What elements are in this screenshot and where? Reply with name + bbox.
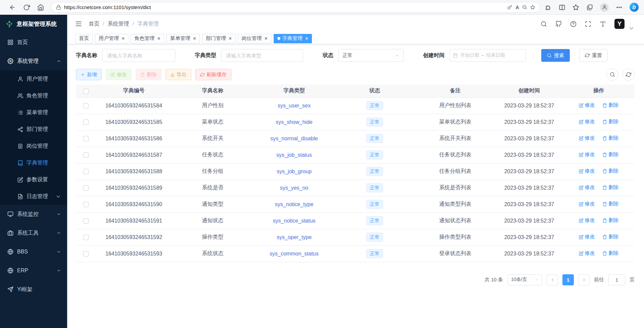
sidebar-item-monitor[interactable]: 系统监控 [0,205,67,224]
dict-type-link[interactable]: sys_yes_no [280,185,309,191]
dict-name-input[interactable] [102,49,175,62]
browser-menu-dots-icon[interactable] [616,4,623,11]
browser-back-icon[interactable] [9,4,16,11]
row-edit-link[interactable]: 修改 [579,168,595,174]
row-edit-link[interactable]: 修改 [579,151,595,158]
sidebar-item-menu-mgmt[interactable]: 菜单管理 [0,104,67,121]
dict-type-link[interactable]: sys_job_status [276,152,312,158]
date-end-placeholder[interactable]: 结束日期 [486,52,505,58]
row-delete-link[interactable]: 删除 [602,151,618,158]
add-button[interactable]: 新增 [76,69,102,80]
tab-close-icon[interactable]: × [157,36,160,41]
browser-home-icon[interactable] [37,4,44,11]
url-text[interactable]: https://ccnetcore.com:1101/system/dict [64,4,504,10]
sidebar-item-post-mgmt[interactable]: 岗位管理 [0,138,67,154]
row-edit-link[interactable]: 修改 [579,135,595,141]
row-checkbox[interactable] [83,169,89,174]
refresh-cache-button[interactable]: 刷新缓存 [195,69,231,80]
search-button[interactable]: 搜索 [541,49,570,62]
dict-type-link[interactable]: sys_common_status [270,251,319,256]
row-checkbox[interactable] [83,152,89,158]
breadcrumb-item-system[interactable]: 系统管理 [107,20,129,28]
row-delete-link[interactable]: 删除 [602,184,618,191]
tab-close-icon[interactable]: × [229,36,232,41]
dict-type-input[interactable] [221,49,303,62]
row-delete-link[interactable]: 删除 [602,119,618,125]
reset-button[interactable]: 重置 [579,49,608,62]
fullscreen-icon[interactable] [585,21,591,27]
row-delete-link[interactable]: 删除 [602,135,618,141]
row-edit-link[interactable]: 修改 [579,201,595,207]
dict-type-link[interactable]: sys_notice_status [273,218,315,224]
dict-type-link[interactable]: sys_user_sex [278,103,311,108]
view-tab[interactable]: 字典管理 × [274,34,312,43]
sidebar-item-user-mgmt[interactable]: 用户管理 [0,71,67,87]
zoom-out-icon[interactable] [522,5,527,10]
row-checkbox[interactable] [83,185,89,191]
row-edit-link[interactable]: 修改 [579,217,595,224]
bing-sidebar-icon[interactable]: b [630,3,639,12]
date-range-picker[interactable]: 开始日期 - 结束日期 [449,49,526,62]
view-tab[interactable]: 菜单管理 × [167,34,200,43]
user-avatar[interactable]: Y [614,19,625,29]
dict-type-link[interactable]: sys_job_group [277,169,312,174]
sidebar-item-param-settings[interactable]: 参数设置 [0,171,67,188]
row-delete-link[interactable]: 删除 [602,102,618,108]
sidebar-fold-icon[interactable] [75,20,82,27]
sidebar-item-home[interactable]: 首页 [0,33,67,52]
page-size-select[interactable]: 10条/页 [507,274,542,285]
tab-close-icon[interactable]: × [193,36,196,41]
dict-type-link[interactable]: sys_notice_type [275,201,314,207]
add-favorite-star-icon[interactable] [530,5,535,10]
row-checkbox[interactable] [83,218,89,224]
favorites-icon[interactable] [572,4,579,11]
browser-profile-avatar[interactable] [600,3,609,12]
refresh-table-button[interactable] [623,68,635,81]
view-tab[interactable]: 角色管理 × [131,34,164,43]
row-delete-link[interactable]: 删除 [602,234,618,240]
sidebar-item-log-mgmt[interactable]: 日志管理 [0,188,67,205]
row-delete-link[interactable]: 删除 [602,217,618,224]
search-icon[interactable] [541,21,547,27]
tab-close-icon[interactable]: × [264,36,267,41]
row-delete-link[interactable]: 删除 [602,201,618,207]
read-aloud-icon[interactable]: A [515,4,519,10]
row-checkbox[interactable] [83,120,89,125]
next-page-button[interactable] [578,274,590,285]
password-key-icon[interactable] [507,5,512,10]
address-bar[interactable]: https://ccnetcore.com:1101/system/dict A [51,2,540,13]
row-edit-link[interactable]: 修改 [579,234,595,240]
row-edit-link[interactable]: 修改 [579,102,595,108]
help-icon[interactable] [570,21,577,27]
sidebar-item-dept-mgmt[interactable]: 部门管理 [0,121,67,138]
tab-close-icon[interactable]: × [305,36,308,41]
sidebar-item-yi-framework[interactable]: Yi框架 [0,280,67,299]
view-tab[interactable]: 部门管理 × [202,34,235,43]
row-checkbox[interactable] [83,103,89,108]
dict-type-link[interactable]: sys_normal_disable [270,136,318,141]
sidebar-item-dict-mgmt[interactable]: 字典管理 [0,154,67,171]
tab-close-icon[interactable]: × [122,36,125,41]
extensions-icon[interactable] [545,4,552,11]
sidebar-item-erp[interactable]: ERP [0,261,67,280]
prev-page-button[interactable] [547,274,558,285]
select-all-checkbox[interactable] [83,89,89,94]
sidebar-item-tools[interactable]: 系统工具 [0,224,67,242]
row-checkbox[interactable] [83,251,89,256]
page-goto-input[interactable] [608,274,625,285]
row-checkbox[interactable] [83,235,89,240]
row-edit-link[interactable]: 修改 [579,184,595,191]
split-screen-icon[interactable] [559,4,565,11]
breadcrumb-item-home[interactable]: 首页 [89,20,99,28]
date-start-placeholder[interactable]: 开始日期 [460,52,479,58]
row-delete-link[interactable]: 删除 [602,168,618,174]
browser-refresh-icon[interactable] [23,4,30,11]
view-tab[interactable]: 首页 [75,34,93,43]
view-tab[interactable]: 岗位管理 × [238,34,271,43]
sidebar-item-bbs[interactable]: BBS [0,242,67,261]
sidebar-item-system[interactable]: 系统管理 [0,52,67,71]
row-edit-link[interactable]: 修改 [579,250,595,256]
export-button[interactable]: 导出 [166,69,191,80]
row-delete-link[interactable]: 删除 [602,250,618,256]
collections-icon[interactable] [586,4,593,11]
